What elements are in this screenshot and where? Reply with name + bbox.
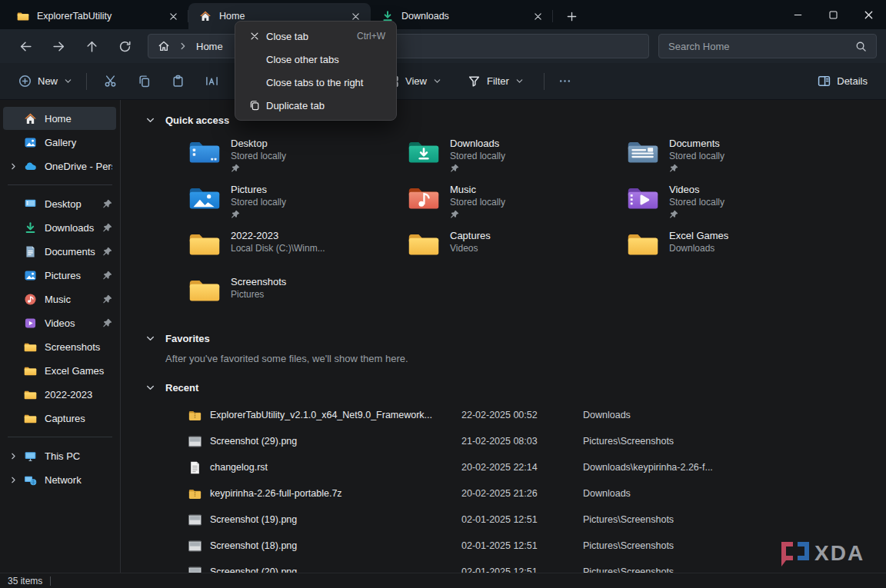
- explorer-body: Home Gallery OneDrive - Persona Desktop …: [0, 100, 886, 573]
- toolbar-divider: [86, 73, 87, 90]
- cut-icon: [104, 75, 117, 88]
- new-tab-button[interactable]: [559, 3, 584, 29]
- breadcrumb[interactable]: Home: [196, 41, 223, 52]
- recent-file-row[interactable]: changelog.rst 20-02-2025 22:14 Downloads…: [121, 454, 886, 480]
- content-pane: Quick access Desktop Stored locally Down…: [121, 100, 886, 573]
- chevron-down-icon[interactable]: [145, 115, 155, 125]
- folder-yellow: [627, 231, 659, 257]
- sidebar-item[interactable]: Documents: [3, 240, 116, 263]
- quick-access-tile[interactable]: Music Stored locally: [408, 183, 627, 229]
- pin-icon: [102, 271, 112, 281]
- sidebar-item[interactable]: Desktop: [3, 192, 116, 215]
- recent-file-row[interactable]: ExplorerTabUtility_v2.1.0_x64_Net9.0_Fra…: [121, 402, 886, 428]
- quick-access-tile[interactable]: 2022-2023 Local Disk (C:)\Winm...: [188, 229, 408, 275]
- minimize-button[interactable]: [780, 0, 815, 29]
- expander-chevron-icon: [3, 247, 24, 256]
- sidebar-item[interactable]: This PC: [3, 444, 116, 467]
- download-arrow-icon: [24, 221, 37, 234]
- quick-access-tile[interactable]: Downloads Stored locally: [408, 137, 627, 183]
- explorer-tab[interactable]: Downloads: [371, 3, 553, 29]
- sidebar-item[interactable]: Screenshots: [3, 335, 116, 358]
- expander-chevron-icon: [3, 200, 24, 208]
- more-options-button[interactable]: [551, 68, 580, 95]
- home-icon: [199, 10, 212, 22]
- quick-access-tile[interactable]: Desktop Stored locally: [188, 137, 408, 183]
- sidebar-divider: [8, 437, 112, 437]
- sidebar-item[interactable]: Excel Games: [3, 359, 116, 382]
- maximize-button[interactable]: [815, 0, 851, 29]
- recent-file-row[interactable]: Screenshot (18).png 02-01-2025 12:51 Pic…: [121, 533, 886, 559]
- duplicate-icon: [243, 100, 266, 111]
- context-menu-item[interactable]: Close tab Ctrl+W: [238, 25, 393, 48]
- folder-yellow: [188, 231, 221, 257]
- close-window-button[interactable]: [851, 0, 886, 29]
- gallery-icon: [24, 136, 37, 149]
- sidebar-item[interactable]: Network: [3, 468, 116, 491]
- expander-chevron-icon[interactable]: [3, 476, 24, 484]
- details-button[interactable]: Details: [810, 68, 875, 95]
- copy-button[interactable]: [127, 68, 161, 95]
- explorer-tab[interactable]: ExplorerTabUtility: [6, 3, 188, 29]
- recent-file-row[interactable]: Screenshot (19).png 02-01-2025 12:51 Pic…: [121, 507, 886, 533]
- file-name: ExplorerTabUtility_v2.1.0_x64_Net9.0_Fra…: [210, 410, 461, 420]
- quick-access-tile[interactable]: Captures Videos: [408, 229, 627, 275]
- sidebar-item[interactable]: 2022-2023: [3, 383, 116, 406]
- address-bar[interactable]: Home: [148, 34, 649, 58]
- network-icon: [24, 473, 37, 487]
- window-controls: [780, 0, 886, 29]
- file-date: 20-02-2025 22:14: [461, 462, 583, 473]
- file-folder: Pictures\Screenshots: [583, 514, 674, 525]
- tile-subtitle: Stored locally: [231, 150, 286, 162]
- forward-button[interactable]: [42, 33, 75, 59]
- sidebar-item[interactable]: OneDrive - Persona: [3, 154, 116, 178]
- chevron-down-icon[interactable]: [145, 383, 155, 393]
- tile-subtitle: Pictures: [231, 288, 286, 301]
- tab-close-button[interactable]: [164, 7, 182, 25]
- sidebar-item[interactable]: Captures: [3, 407, 116, 430]
- context-menu-item[interactable]: Duplicate tab: [238, 94, 393, 117]
- quick-access-tile[interactable]: Documents Stored locally: [627, 137, 846, 183]
- copy-icon: [138, 75, 151, 88]
- details-button-label: Details: [837, 75, 868, 87]
- paste-button[interactable]: [161, 68, 195, 95]
- favorites-empty-text: After you've favorited some files, we'll…: [165, 353, 886, 364]
- sidebar-item[interactable]: Downloads: [3, 216, 116, 239]
- sidebar-item[interactable]: Home: [3, 107, 116, 130]
- search-input[interactable]: [668, 41, 849, 52]
- sidebar-item[interactable]: Gallery: [3, 131, 116, 154]
- tile-name: 2022-2023: [231, 229, 325, 242]
- gallery-icon: [24, 269, 37, 282]
- section-title: Favorites: [165, 333, 210, 344]
- file-date: 20-02-2025 21:26: [461, 488, 583, 499]
- tile-name: Downloads: [450, 137, 505, 150]
- filter-button[interactable]: Filter: [460, 68, 531, 95]
- sidebar-item[interactable]: Videos: [3, 311, 116, 334]
- refresh-button[interactable]: [108, 33, 142, 59]
- back-button[interactable]: [9, 33, 42, 59]
- quick-access-tile[interactable]: Excel Games Downloads: [627, 229, 846, 275]
- expander-chevron-icon: [3, 390, 24, 399]
- tab-close-button[interactable]: [528, 7, 547, 25]
- folder-music: [408, 184, 440, 211]
- up-button[interactable]: [75, 33, 108, 59]
- recent-file-row[interactable]: Screenshot (20).png 02-01-2025 12:51 Pic…: [121, 559, 886, 573]
- context-menu-item[interactable]: Close tabs to the right: [238, 71, 393, 94]
- file-name: keypirinha-2.26-full-portable.7z: [210, 488, 461, 499]
- chevron-down-icon[interactable]: [145, 334, 155, 344]
- expander-chevron-icon[interactable]: [3, 162, 24, 171]
- new-button[interactable]: New: [11, 68, 80, 95]
- quick-access-tile[interactable]: Videos Stored locally: [627, 183, 846, 229]
- search-box[interactable]: [658, 34, 877, 58]
- recent-file-row[interactable]: keypirinha-2.26-full-portable.7z 20-02-2…: [121, 480, 886, 507]
- quick-access-tile[interactable]: Pictures Stored locally: [188, 183, 408, 229]
- cut-button[interactable]: [93, 68, 127, 95]
- home-outline-icon: [158, 40, 170, 52]
- sidebar-item[interactable]: Music: [3, 287, 116, 311]
- quick-access-tile[interactable]: Screenshots Pictures: [188, 275, 408, 321]
- rename-button[interactable]: [195, 68, 228, 95]
- recent-file-row[interactable]: Screenshot (29).png 21-02-2025 08:03 Pic…: [121, 428, 886, 454]
- sidebar-item[interactable]: Pictures: [3, 264, 116, 287]
- context-menu-item[interactable]: Close other tabs: [238, 48, 393, 71]
- menu-item-label: Close other tabs: [266, 54, 385, 65]
- expander-chevron-icon[interactable]: [3, 452, 24, 460]
